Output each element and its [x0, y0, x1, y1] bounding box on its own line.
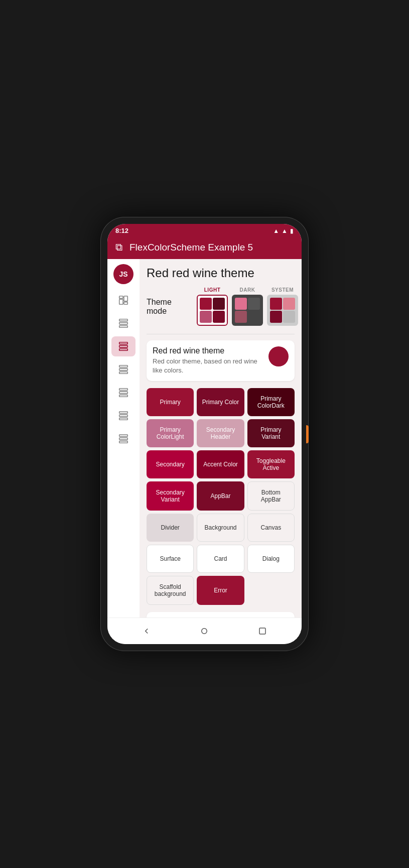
- page-title: Red red wine theme: [147, 266, 295, 280]
- svg-rect-17: [119, 415, 128, 417]
- theme-cell: [270, 298, 282, 310]
- svg-rect-3: [124, 302, 127, 305]
- sidebar-item-6[interactable]: [111, 406, 135, 426]
- content-area: JS: [107, 259, 302, 617]
- color-tile-empty: [247, 576, 295, 605]
- color-tile-canvas[interactable]: Canvas: [247, 514, 295, 542]
- svg-rect-6: [119, 326, 128, 328]
- app-bar: ⧉ FlexColorScheme Example 5: [107, 236, 302, 259]
- theme-cell: [283, 311, 295, 323]
- theme-option-dark[interactable]: DARK: [232, 287, 263, 326]
- color-tile-dialog[interactable]: Dialog: [247, 545, 295, 573]
- svg-rect-14: [119, 392, 128, 394]
- theme-cell: [248, 311, 260, 323]
- compute-section: Compute dark theme From the light scheme…: [147, 612, 295, 617]
- theme-card-circle[interactable]: [268, 346, 289, 366]
- copy-icon[interactable]: ⧉: [115, 241, 122, 253]
- theme-cell: [200, 311, 212, 323]
- color-tile-secondary-variant[interactable]: Secondary Variant: [147, 481, 194, 511]
- theme-cell: [270, 311, 282, 323]
- svg-rect-8: [119, 345, 128, 347]
- theme-option-system[interactable]: SYSTEM: [267, 287, 298, 326]
- svg-rect-9: [119, 349, 128, 351]
- theme-card-info: Red red wine theme Red color theme, base…: [153, 346, 263, 375]
- svg-rect-23: [259, 628, 265, 634]
- color-tile-error[interactable]: Error: [197, 576, 244, 605]
- sidebar-item-1[interactable]: [111, 290, 135, 310]
- color-tile-accent-color[interactable]: Accent Color: [197, 450, 244, 478]
- sidebar-item-7[interactable]: [111, 429, 135, 449]
- sidebar-item-2[interactable]: [111, 313, 135, 333]
- svg-rect-5: [119, 322, 128, 324]
- theme-cell: [213, 311, 225, 323]
- svg-point-22: [202, 629, 207, 634]
- svg-rect-4: [119, 319, 128, 321]
- theme-option-light[interactable]: LIGHT: [197, 287, 228, 326]
- sidebar-item-3[interactable]: [111, 336, 135, 356]
- theme-card-name: Red red wine theme: [153, 346, 263, 355]
- theme-cell: [283, 298, 295, 310]
- status-icons: ▲ ▲ ▮: [273, 227, 294, 234]
- phone-screen: 8:12 ▲ ▲ ▮ ⧉ FlexColorScheme Example 5 J…: [107, 224, 302, 644]
- theme-dark-label: DARK: [240, 287, 255, 293]
- color-tile-scaffold-background[interactable]: Scaffold background: [147, 576, 194, 605]
- main-content: Red red wine theme Theme mode LIGHT: [140, 259, 302, 617]
- divider: [147, 334, 295, 334]
- app-bar-title: FlexColorScheme Example 5: [129, 242, 253, 253]
- theme-cell: [200, 298, 212, 310]
- nav-bar: [107, 617, 302, 644]
- color-tile-primary-color[interactable]: Primary Color: [197, 388, 244, 416]
- color-tile-primary-color-light[interactable]: Primary ColorLight: [147, 419, 194, 447]
- theme-system-grid: [267, 295, 298, 326]
- svg-rect-11: [119, 368, 128, 370]
- theme-system-label: SYSTEM: [271, 287, 294, 293]
- wifi-icon: ▲: [273, 227, 279, 234]
- status-bar: 8:12 ▲ ▲ ▮: [107, 224, 302, 236]
- color-tile-primary-color-dark[interactable]: Primary ColorDark: [247, 388, 295, 416]
- sidebar: JS: [107, 259, 140, 617]
- theme-mode-section: Theme mode LIGHT: [147, 287, 295, 326]
- phone-device: 8:12 ▲ ▲ ▮ ⧉ FlexColorScheme Example 5 J…: [100, 217, 309, 651]
- color-tile-secondary-header[interactable]: Secondary Header: [197, 419, 244, 447]
- svg-rect-16: [119, 412, 128, 414]
- theme-cell: [235, 298, 247, 310]
- svg-rect-18: [119, 418, 128, 420]
- avatar[interactable]: JS: [113, 264, 133, 284]
- theme-options: LIGHT DARK: [197, 287, 298, 326]
- back-button[interactable]: [139, 623, 155, 639]
- theme-cell: [213, 298, 225, 310]
- home-button[interactable]: [196, 623, 212, 639]
- svg-rect-10: [119, 365, 128, 367]
- svg-rect-2: [124, 296, 127, 301]
- color-tile-toggleable-active[interactable]: Toggleable Active: [247, 450, 295, 478]
- color-tile-primary[interactable]: Primary: [147, 388, 194, 416]
- sidebar-item-4[interactable]: [111, 359, 135, 380]
- color-tile-surface[interactable]: Surface: [147, 545, 194, 573]
- theme-card: Red red wine theme Red color theme, base…: [147, 340, 295, 381]
- color-tile-bottom-appbar[interactable]: Bottom AppBar: [247, 481, 295, 511]
- theme-dark-grid: [232, 295, 263, 326]
- svg-rect-7: [119, 342, 128, 344]
- svg-rect-0: [119, 296, 123, 299]
- status-time: 8:12: [115, 227, 128, 234]
- color-tile-background[interactable]: Background: [197, 514, 244, 542]
- color-tile-secondary[interactable]: Secondary: [147, 450, 194, 478]
- color-tile-card[interactable]: Card: [197, 545, 244, 573]
- theme-cell: [235, 311, 247, 323]
- theme-light-grid: [197, 295, 228, 326]
- svg-rect-13: [119, 389, 128, 391]
- svg-rect-12: [119, 372, 128, 374]
- svg-rect-21: [119, 441, 128, 443]
- color-tile-appbar[interactable]: AppBar: [197, 481, 244, 511]
- theme-card-desc: Red color theme, based on red wine like …: [153, 357, 263, 375]
- battery-icon: ▮: [290, 227, 294, 234]
- recents-button[interactable]: [254, 623, 270, 639]
- color-grid: Primary Primary Color Primary ColorDark …: [147, 388, 295, 605]
- sidebar-item-5[interactable]: [111, 383, 135, 403]
- color-tile-primary-variant[interactable]: Primary Variant: [247, 419, 295, 447]
- color-tile-divider[interactable]: Divider: [147, 514, 194, 542]
- theme-light-label: LIGHT: [204, 287, 221, 293]
- svg-rect-19: [119, 435, 128, 437]
- theme-mode-row: Theme mode LIGHT: [147, 287, 295, 326]
- signal-icon: ▲: [282, 227, 288, 234]
